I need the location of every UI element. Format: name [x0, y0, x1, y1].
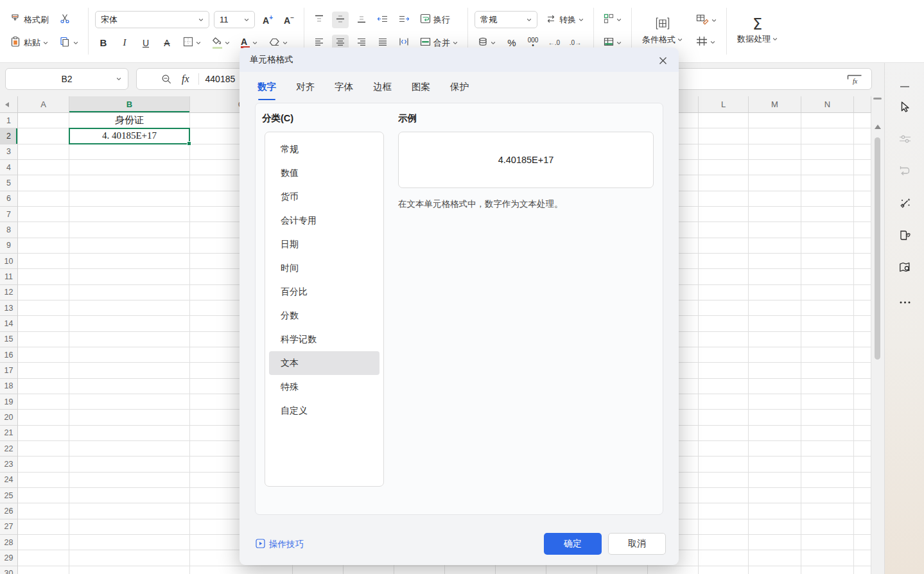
- cell-M23[interactable]: [749, 457, 801, 472]
- adjust-settings-button[interactable]: [896, 131, 914, 149]
- row-header-16[interactable]: 16: [0, 347, 18, 363]
- split-handle[interactable]: [873, 98, 882, 100]
- cell-L19[interactable]: [699, 394, 749, 410]
- cell-A5[interactable]: [18, 175, 69, 191]
- column-header-L[interactable]: L: [699, 96, 749, 113]
- collapse-sidebar-button[interactable]: [896, 76, 914, 94]
- cell-L6[interactable]: [699, 191, 749, 207]
- cell-A9[interactable]: [18, 238, 69, 254]
- cell-N6[interactable]: [801, 191, 854, 207]
- row-header-9[interactable]: 9: [0, 238, 18, 254]
- cell-M25[interactable]: [749, 488, 801, 503]
- cell-M26[interactable]: [749, 503, 801, 519]
- cell-D30[interactable]: [293, 566, 344, 574]
- cell-L12[interactable]: [699, 285, 749, 300]
- cell-M20[interactable]: [749, 410, 801, 425]
- cut-button[interactable]: [57, 12, 73, 28]
- cell-B5[interactable]: [69, 175, 190, 191]
- category-item-时间[interactable]: 时间: [269, 256, 379, 280]
- row-header-18[interactable]: 18: [0, 379, 18, 394]
- cell-M28[interactable]: [749, 535, 801, 550]
- cell-B30[interactable]: [69, 566, 190, 574]
- reading-mode-button[interactable]: [896, 227, 914, 245]
- cell-A2[interactable]: [18, 128, 69, 144]
- cell-N19[interactable]: [801, 394, 854, 410]
- cell-L21[interactable]: [699, 426, 749, 441]
- select-tool-button[interactable]: [896, 99, 914, 117]
- cell-L8[interactable]: [699, 222, 749, 238]
- cell-F30[interactable]: [394, 566, 445, 574]
- cell-N2[interactable]: [801, 128, 854, 144]
- row-header-7[interactable]: 7: [0, 207, 18, 222]
- column-header-M[interactable]: M: [749, 96, 801, 113]
- cell-L26[interactable]: [699, 503, 749, 519]
- cell-E30[interactable]: [344, 566, 394, 574]
- cell-B19[interactable]: [69, 394, 190, 410]
- cell-B2[interactable]: 4. 40185E+17: [69, 128, 190, 144]
- row-header-12[interactable]: 12: [0, 285, 18, 300]
- cell-M13[interactable]: [749, 300, 801, 316]
- row-header-17[interactable]: 17: [0, 363, 18, 378]
- cell-M1[interactable]: [749, 113, 801, 128]
- cell-A27[interactable]: [18, 519, 69, 535]
- cell-L5[interactable]: [699, 175, 749, 191]
- cell-B26[interactable]: [69, 503, 190, 519]
- grow-font-button[interactable]: A+: [259, 12, 276, 28]
- cell-M24[interactable]: [749, 473, 801, 488]
- navigate-search-button[interactable]: [896, 259, 914, 277]
- row-header-21[interactable]: 21: [0, 426, 18, 441]
- cell-A20[interactable]: [18, 410, 69, 425]
- cell-M7[interactable]: [749, 207, 801, 222]
- cell-N11[interactable]: [801, 269, 854, 284]
- bold-button[interactable]: B: [95, 35, 112, 51]
- cell-K30[interactable]: [648, 566, 699, 574]
- font-name-select[interactable]: 宋体: [95, 11, 209, 28]
- cell-M2[interactable]: [749, 128, 801, 144]
- row-header-19[interactable]: 19: [0, 394, 18, 410]
- cell-N16[interactable]: [801, 347, 854, 363]
- copy-button[interactable]: [56, 34, 82, 51]
- cell-L22[interactable]: [699, 441, 749, 457]
- cell-B12[interactable]: [69, 285, 190, 300]
- cell-L2[interactable]: [699, 128, 749, 144]
- cell-M21[interactable]: [749, 426, 801, 441]
- cell-A11[interactable]: [18, 269, 69, 284]
- cell-L9[interactable]: [699, 238, 749, 254]
- row-header-26[interactable]: 26: [0, 503, 18, 519]
- cell-L13[interactable]: [699, 300, 749, 316]
- align-middle-button[interactable]: [332, 12, 349, 28]
- cell-L27[interactable]: [699, 519, 749, 535]
- row-header-22[interactable]: 22: [0, 441, 18, 457]
- cell-A15[interactable]: [18, 332, 69, 347]
- cell-M11[interactable]: [749, 269, 801, 284]
- cell-N25[interactable]: [801, 488, 854, 503]
- row-header-15[interactable]: 15: [0, 332, 18, 347]
- select-all-corner[interactable]: [0, 96, 18, 113]
- row-header-25[interactable]: 25: [0, 488, 18, 503]
- cell-L24[interactable]: [699, 473, 749, 488]
- convert-button[interactable]: 转换: [542, 12, 587, 28]
- cell-N27[interactable]: [801, 519, 854, 535]
- cell-B13[interactable]: [69, 300, 190, 316]
- cell-J30[interactable]: [597, 566, 648, 574]
- cell-A10[interactable]: [18, 254, 69, 269]
- cell-N14[interactable]: [801, 316, 854, 331]
- cell-M6[interactable]: [749, 191, 801, 207]
- category-item-会计专用[interactable]: 会计专用: [269, 209, 379, 232]
- rotate-convert-button[interactable]: [896, 163, 914, 181]
- cell-A25[interactable]: [18, 488, 69, 503]
- cell-L23[interactable]: [699, 457, 749, 472]
- cell-M3[interactable]: [749, 144, 801, 160]
- cell-N13[interactable]: [801, 300, 854, 316]
- cell-B15[interactable]: [69, 332, 190, 347]
- row-header-6[interactable]: 6: [0, 191, 18, 207]
- row-header-27[interactable]: 27: [0, 519, 18, 535]
- cell-A16[interactable]: [18, 347, 69, 363]
- strikethrough-button[interactable]: A: [159, 35, 175, 51]
- cell-A6[interactable]: [18, 191, 69, 207]
- underline-button[interactable]: U: [137, 35, 154, 51]
- cell-B14[interactable]: [69, 316, 190, 331]
- column-header-N[interactable]: N: [801, 96, 854, 113]
- cell-B24[interactable]: [69, 473, 190, 488]
- category-item-百分比[interactable]: 百分比: [269, 280, 379, 304]
